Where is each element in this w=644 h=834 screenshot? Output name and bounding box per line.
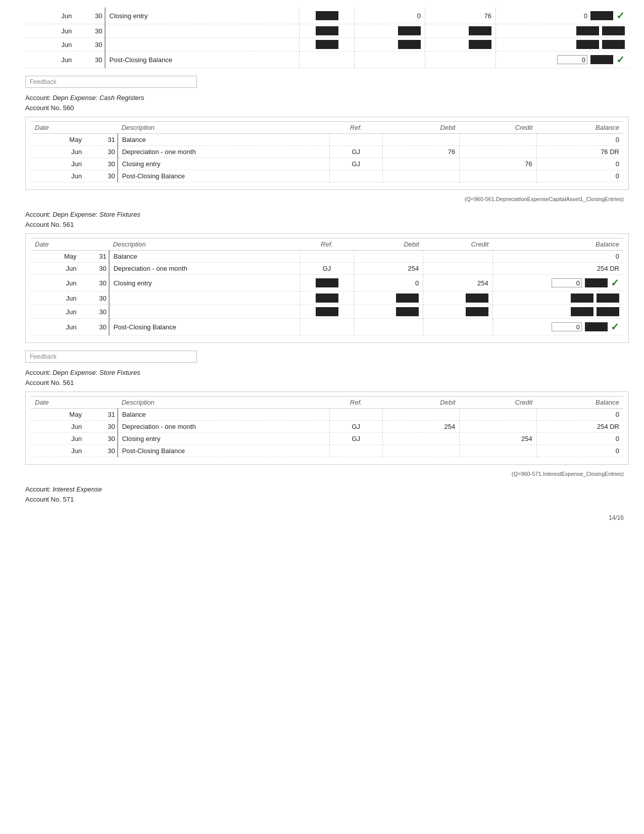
debit [382, 433, 460, 445]
date-day: 30 [79, 263, 109, 275]
feedback-label: Feedback [30, 78, 57, 85]
debit [382, 445, 460, 457]
ref-field[interactable] [300, 8, 355, 24]
account-no: 561 [63, 221, 74, 228]
credit-field[interactable] [425, 24, 496, 38]
balance-input[interactable]: 0 [552, 322, 582, 331]
debit-field[interactable] [354, 291, 423, 305]
date-month: Jun [31, 305, 79, 319]
debit-field [354, 52, 425, 68]
balance-black-box[interactable] [590, 11, 613, 20]
balance-black-box[interactable] [576, 40, 599, 49]
account-no-label: Account No. [25, 221, 61, 228]
date-month: Jun [31, 170, 84, 182]
debit: 76 [382, 146, 460, 158]
balance-black-box[interactable] [571, 293, 593, 303]
ref-field[interactable] [300, 38, 355, 52]
credit [460, 445, 537, 457]
feedback-bar-1[interactable]: Feedback [25, 76, 197, 88]
balance-field[interactable] [492, 291, 623, 305]
col-balance: Balance [492, 238, 623, 251]
balance-field[interactable] [496, 24, 629, 38]
balance-black-box[interactable] [576, 26, 599, 35]
table-row: May 31 Balance 0 [31, 409, 623, 421]
ref-black-box[interactable] [316, 278, 338, 287]
balance-black-box[interactable] [585, 278, 608, 287]
table-header: Date Description Ref. Debit Credit Balan… [31, 122, 623, 134]
table-row: May 31 Balance 0 [31, 134, 623, 146]
ref-field[interactable] [300, 291, 354, 305]
balance-input[interactable]: 0 [552, 278, 582, 287]
check-icon: ✓ [616, 54, 625, 66]
credit-black-box[interactable] [466, 307, 488, 316]
debit [382, 170, 460, 182]
ref-field[interactable] [300, 305, 354, 319]
description: Closing entry [109, 275, 300, 291]
col-credit: Credit [423, 238, 492, 251]
credit-field[interactable] [423, 305, 492, 319]
ref [329, 409, 382, 421]
account-no: 571 [63, 496, 74, 503]
table-header: Date Description Ref. Debit Credit Balan… [31, 397, 623, 409]
ref: GJ [329, 158, 382, 170]
description: Balance [109, 251, 300, 263]
debit [354, 319, 423, 335]
credit: 76 [460, 158, 537, 170]
account-section-560: Account: Depn Expense: Cash Registers Ac… [25, 93, 629, 202]
debit-black-box[interactable] [396, 307, 419, 316]
ref-black-box[interactable] [316, 293, 338, 303]
credit-field[interactable] [425, 38, 496, 52]
ref-black-box[interactable] [316, 307, 338, 316]
description: Closing entry [118, 433, 330, 445]
description: Depreciation - one month [118, 421, 330, 433]
check-icon: ✓ [611, 277, 619, 289]
balance: 0 [536, 158, 623, 170]
balance-field[interactable] [496, 38, 629, 52]
col-balance: Balance [536, 122, 623, 134]
balance-black-box[interactable] [585, 322, 608, 331]
ref-field[interactable] [300, 275, 354, 291]
debit-field[interactable] [354, 305, 423, 319]
account-no: 561 [63, 379, 74, 386]
account-section-571: Account: Interest Expense Account No. 57… [25, 484, 629, 504]
col-description: Description [118, 122, 330, 134]
credit-black-box[interactable] [466, 293, 488, 303]
credit [423, 251, 492, 263]
table-row: Jun 30 Closing entry GJ 254 0 [31, 433, 623, 445]
date-day: 30 [79, 305, 109, 319]
account-header-561: Account: Depn Expense: Store Fixtures Ac… [25, 210, 629, 229]
balance: 0 [536, 433, 623, 445]
ref-field[interactable] [300, 24, 355, 38]
col-credit: Credit [460, 397, 537, 409]
debit-field[interactable] [354, 24, 425, 38]
date-month: Jun [25, 38, 74, 52]
description [109, 305, 300, 319]
balance-black-box[interactable] [590, 55, 613, 64]
credit-field[interactable] [423, 291, 492, 305]
debit-field[interactable] [354, 38, 425, 52]
col-ref: Ref. [329, 122, 382, 134]
feedback-bar-2[interactable]: Feedback [25, 351, 197, 363]
date-day: 30 [84, 433, 118, 445]
balance-black-box2[interactable] [597, 307, 619, 316]
debit-black-box[interactable] [396, 293, 419, 303]
balance-black-box2[interactable] [597, 293, 619, 303]
account-label: Account: [25, 211, 51, 218]
account-name: Depn Expense: Cash Registers [53, 94, 144, 102]
balance-value[interactable]: 0 [557, 55, 587, 64]
col-day [84, 122, 118, 134]
credit [460, 409, 537, 421]
balance-black-box2[interactable] [602, 40, 625, 49]
check-icon: ✓ [616, 10, 625, 22]
balance-field: 0 ✓ [492, 275, 623, 291]
description: Post-Closing Balance [105, 52, 300, 68]
col-balance: Balance [536, 397, 623, 409]
col-debit: Debit [382, 397, 460, 409]
balance-black-box2[interactable] [602, 26, 625, 35]
balance-field[interactable] [492, 305, 623, 319]
table-row: May 31 Balance 0 [31, 251, 623, 263]
credit [460, 134, 537, 146]
account-label: Account: [25, 485, 51, 493]
description: Depreciation - one month [118, 146, 330, 158]
balance-black-box[interactable] [571, 307, 593, 316]
